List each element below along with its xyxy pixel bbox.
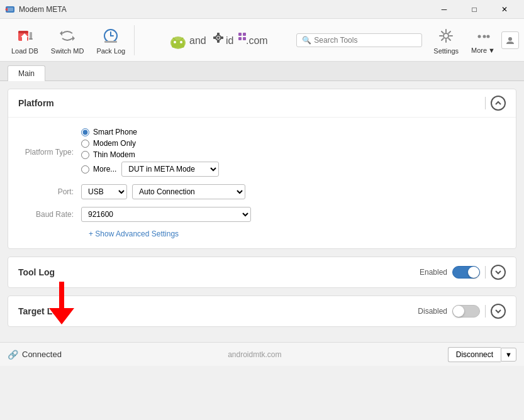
- svg-rect-21: [217, 33, 220, 35]
- svg-rect-13: [172, 40, 184, 48]
- tool-log-chevron-icon: [494, 268, 502, 276]
- statusbar: 🔗 Connected androidmtk.com Disconnect ▼: [0, 342, 524, 366]
- svg-text:id: id: [226, 35, 233, 46]
- platform-card-body: Platform Type: Smart Phone Modem Only Th…: [8, 118, 516, 248]
- platform-title: Platform: [18, 98, 54, 108]
- target-log-status: Disabled: [418, 307, 447, 316]
- pack-log-button[interactable]: Pack Log: [90, 23, 131, 57]
- platform-card-header: Platform: [8, 89, 516, 118]
- radio-more[interactable]: More...: [81, 165, 116, 174]
- svg-rect-23: [213, 36, 216, 39]
- window-controls: ─ □ ✕: [430, 0, 519, 19]
- status-left: 🔗 Connected: [8, 350, 62, 360]
- svg-text:and: and: [189, 35, 206, 46]
- more-dropdown-icon: ▼: [488, 47, 495, 54]
- modem-only-label: Modem Only: [93, 139, 136, 148]
- load-db-button[interactable]: Load DB: [5, 23, 45, 57]
- radio-thin-modem[interactable]: Thin Modem: [81, 150, 219, 159]
- status-right: Disconnect ▼: [448, 347, 516, 362]
- port-row: Port: USB Auto Connection: [18, 184, 506, 199]
- main-scroll-area[interactable]: Platform Platform Type: Smart Phone: [0, 81, 524, 342]
- disconnect-dropdown-button[interactable]: ▼: [501, 348, 516, 362]
- port-controls: USB Auto Connection: [81, 184, 245, 199]
- target-log-collapse-button[interactable]: [491, 304, 506, 319]
- radio-smart-phone[interactable]: Smart Phone: [81, 128, 219, 136]
- target-log-header: Target Log Disabled: [8, 296, 516, 326]
- dut-mode-select[interactable]: DUT in META Mode: [121, 162, 219, 177]
- radio-modem-only[interactable]: Modem Only: [81, 139, 219, 148]
- profile-button[interactable]: [501, 31, 519, 49]
- maximize-button[interactable]: □: [460, 0, 489, 19]
- radio-more-row: More... DUT in META Mode: [81, 162, 219, 177]
- more-icon: [474, 26, 492, 47]
- tool-log-controls: Enabled: [420, 265, 506, 280]
- platform-collapse-button[interactable]: [491, 96, 506, 111]
- svg-text:.com: .com: [246, 35, 267, 46]
- more-label: More ▼: [471, 47, 495, 54]
- svg-marker-37: [49, 308, 74, 324]
- minimize-button[interactable]: ─: [430, 0, 459, 19]
- connected-status: Connected: [22, 350, 62, 359]
- pack-log-icon: [101, 26, 121, 46]
- settings-icon: [436, 26, 456, 46]
- tool-log-title: Tool Log: [18, 267, 55, 277]
- svg-point-33: [483, 35, 486, 38]
- switch-md-button[interactable]: Switch MD: [45, 23, 91, 57]
- search-input[interactable]: [314, 36, 416, 45]
- svg-rect-11: [104, 41, 117, 43]
- header-divider: [485, 97, 486, 109]
- disconnect-button[interactable]: Disconnect: [448, 347, 501, 362]
- target-log-card: Target Log Disabled: [8, 296, 516, 327]
- port-select[interactable]: USB: [81, 184, 127, 199]
- profile-icon: [505, 35, 515, 45]
- search-box: 🔍: [296, 33, 422, 47]
- svg-point-15: [180, 41, 182, 43]
- svg-rect-28: [238, 37, 242, 40]
- svg-marker-8: [72, 36, 75, 41]
- load-db-icon: [14, 26, 35, 46]
- tool-log-status: Enabled: [420, 268, 447, 277]
- platform-type-label: Platform Type:: [18, 148, 81, 157]
- platform-type-row: Platform Type: Smart Phone Modem Only Th…: [18, 128, 506, 177]
- logo-svg: and id .com: [167, 28, 267, 53]
- svg-rect-5: [18, 31, 28, 33]
- baud-rate-row: Baud Rate: 921600: [18, 207, 506, 222]
- close-button[interactable]: ✕: [490, 0, 519, 19]
- tool-log-header: Tool Log Enabled: [8, 257, 516, 287]
- status-center-logo: androidmtk.com: [228, 350, 281, 359]
- more-option-label: More...: [93, 165, 116, 174]
- baud-rate-select[interactable]: 921600: [81, 207, 251, 222]
- svg-point-32: [478, 35, 481, 38]
- show-advanced-button[interactable]: + Show Advanced Settings: [18, 229, 506, 238]
- smart-phone-label: Smart Phone: [93, 128, 137, 136]
- target-log-toggle[interactable]: [452, 305, 480, 318]
- switch-md-label: Switch MD: [51, 47, 84, 55]
- settings-button[interactable]: Settings: [427, 23, 465, 57]
- connected-icon: 🔗: [8, 350, 18, 360]
- svg-point-35: [508, 37, 512, 41]
- connection-select[interactable]: Auto Connection: [132, 184, 245, 199]
- tool-log-toggle-knob: [468, 267, 479, 278]
- more-button[interactable]: More ▼: [465, 24, 501, 57]
- switch-md-icon: [57, 26, 77, 46]
- target-log-toggle-knob: [453, 306, 464, 317]
- port-label: Port:: [18, 187, 81, 196]
- pack-log-label: Pack Log: [96, 47, 125, 55]
- tool-log-collapse-button[interactable]: [491, 265, 506, 280]
- arrow-svg: [43, 282, 81, 326]
- platform-card: Platform Platform Type: Smart Phone: [8, 89, 516, 249]
- svg-point-20: [217, 36, 220, 39]
- target-log-controls: Disabled: [418, 304, 506, 319]
- chevron-up-icon: [494, 99, 502, 107]
- logo-area: and id .com: [137, 28, 296, 53]
- tab-main[interactable]: Main: [8, 65, 45, 81]
- svg-rect-22: [217, 40, 220, 43]
- svg-marker-9: [60, 31, 62, 36]
- platform-type-radio-group: Smart Phone Modem Only Thin Modem More..…: [81, 128, 219, 177]
- app-title: Modem META: [19, 5, 430, 14]
- tool-log-card: Tool Log Enabled: [8, 257, 516, 288]
- target-log-divider: [485, 305, 486, 318]
- target-log-chevron-icon: [494, 307, 502, 315]
- tool-log-toggle[interactable]: [452, 266, 480, 279]
- load-db-label: Load DB: [11, 47, 38, 55]
